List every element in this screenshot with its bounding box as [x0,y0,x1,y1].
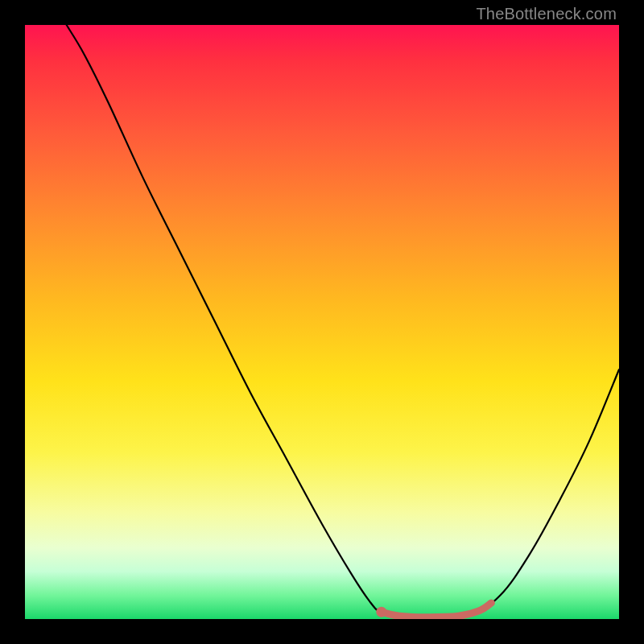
watermark-text: TheBottleneck.com [476,5,617,23]
highlight-segment-path [382,603,492,617]
curve-layer [25,25,619,619]
bottleneck-curve-path [67,25,619,619]
chart-frame: TheBottleneck.com [0,0,644,644]
plot-area [25,25,619,619]
highlight-marker [376,607,386,617]
